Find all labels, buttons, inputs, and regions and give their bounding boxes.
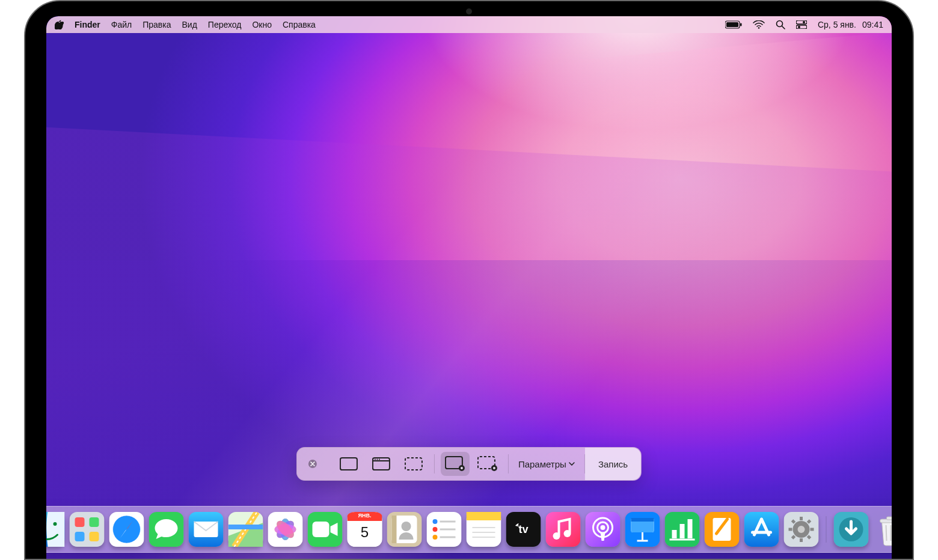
dock-app-keynote[interactable] [625,512,660,547]
capture-selection-button[interactable] [399,452,428,476]
close-toolbar-button[interactable] [303,452,322,476]
calendar-day: 5 [361,524,369,541]
options-label: Параметры [518,459,566,469]
desktop[interactable]: Finder Файл Правка Вид Переход Окно Спра… [46,16,892,559]
svg-line-106 [792,536,795,538]
control-center-icon[interactable] [796,20,807,29]
record-action-button[interactable]: Запись [585,448,641,480]
dock-trash[interactable] [874,512,892,547]
svg-rect-91 [688,519,693,538]
dock-app-safari[interactable] [109,512,144,547]
wifi-icon[interactable] [753,20,765,29]
record-selection-button[interactable] [473,452,502,476]
svg-rect-28 [75,517,85,527]
svg-rect-17 [405,458,422,470]
dock-app-numbers[interactable] [665,512,700,547]
battery-icon[interactable] [725,20,742,29]
svg-point-16 [379,459,380,460]
svg-rect-27 [70,512,105,547]
svg-point-7 [803,21,805,23]
dock-app-contacts[interactable] [387,512,422,547]
menubar: Finder Файл Правка Вид Переход Окно Спра… [46,16,892,33]
dock-app-facetime[interactable] [308,512,343,547]
svg-point-9 [798,26,800,28]
dock: ЯНВ. 5 tv [46,506,892,553]
menubar-date[interactable]: Ср, 5 янв. [818,20,856,29]
svg-point-63 [433,527,438,532]
dock-app-pages[interactable] [705,512,740,547]
svg-point-15 [376,459,378,460]
dock-app-podcasts[interactable] [586,512,621,547]
menu-help[interactable]: Справка [283,20,316,29]
chevron-down-icon [569,462,575,466]
svg-rect-11 [340,458,357,470]
svg-point-77 [564,530,571,537]
svg-point-60 [402,522,411,531]
svg-rect-29 [90,517,99,527]
dock-app-finder[interactable] [46,512,65,547]
dock-separator [826,516,827,543]
svg-rect-6 [796,20,807,24]
dock-app-maps[interactable] [228,512,263,547]
svg-point-23 [493,467,495,469]
svg-rect-31 [90,532,99,541]
dock-app-reminders[interactable] [427,512,462,547]
svg-line-103 [792,520,795,523]
svg-line-111 [886,525,887,541]
svg-rect-75 [546,512,581,547]
svg-rect-30 [75,532,85,541]
svg-point-62 [433,519,438,524]
macbook-frame: Finder Файл Правка Вид Переход Окно Спра… [24,0,914,560]
menu-edit[interactable]: Правка [143,20,171,29]
svg-point-26 [54,522,57,526]
dock-app-mail[interactable] [189,512,224,547]
action-label: Запись [598,459,628,469]
dock-app-music[interactable] [546,512,581,547]
svg-point-14 [375,459,376,460]
svg-point-81 [601,525,605,530]
svg-rect-8 [796,25,807,29]
dock-app-photos[interactable] [268,512,303,547]
svg-point-20 [461,467,463,469]
svg-point-98 [798,526,805,533]
screenshot-toolbar: Параметры Запись [296,447,642,481]
svg-rect-1 [726,22,738,27]
menu-window[interactable]: Окно [252,20,272,29]
capture-window-button[interactable] [367,452,396,476]
menu-go[interactable]: Переход [208,20,242,29]
dock-app-calendar[interactable]: ЯНВ. 5 [348,512,382,547]
svg-rect-85 [631,518,654,522]
svg-line-104 [808,536,811,538]
calendar-month: ЯНВ. [358,513,372,519]
dock-app-system-preferences[interactable] [784,512,819,547]
svg-line-5 [782,26,785,29]
svg-rect-2 [740,23,742,26]
menu-view[interactable]: Вид [182,20,197,29]
active-app-name[interactable]: Finder [75,20,100,29]
svg-rect-95 [744,512,779,547]
svg-point-64 [433,535,438,540]
svg-rect-53 [313,522,330,537]
svg-line-105 [808,520,811,523]
dock-app-appletv[interactable]: tv [506,512,541,547]
svg-rect-89 [672,530,677,538]
dock-app-appstore[interactable] [744,512,779,547]
camera-dot [466,8,472,14]
svg-rect-110 [887,517,892,520]
record-entire-screen-button[interactable] [441,452,470,476]
svg-rect-94 [713,518,731,541]
dock-app-launchpad[interactable] [70,512,105,547]
svg-rect-59 [392,516,397,543]
capture-entire-screen-button[interactable] [334,452,363,476]
svg-rect-69 [467,512,501,520]
apple-menu-icon[interactable] [55,20,64,29]
svg-rect-90 [680,524,685,538]
spotlight-icon[interactable] [776,20,785,29]
dock-app-messages[interactable] [149,512,184,547]
svg-point-3 [758,27,760,29]
menu-file[interactable]: Файл [111,20,132,29]
dock-app-notes[interactable] [467,512,501,547]
dock-downloads[interactable] [834,512,869,547]
menubar-time[interactable]: 09:41 [862,20,883,29]
options-button[interactable]: Параметры [509,452,584,476]
